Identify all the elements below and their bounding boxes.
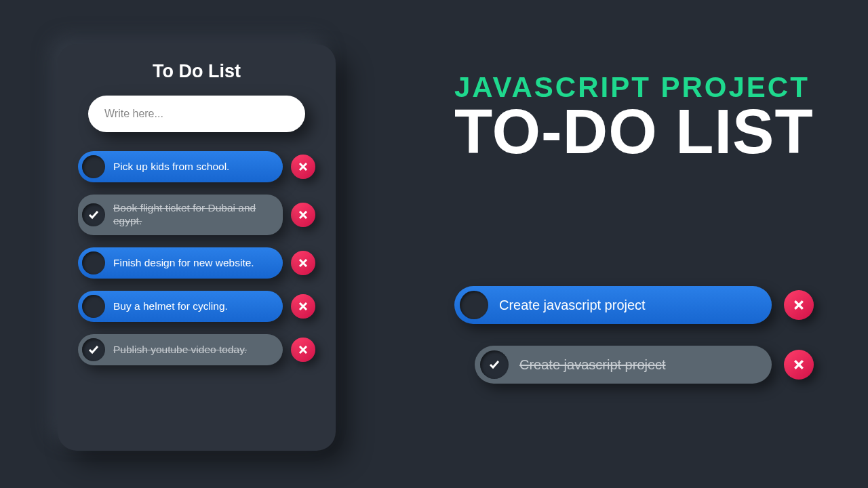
todo-row: Finish design for new website. bbox=[78, 247, 315, 279]
delete-button[interactable] bbox=[291, 251, 315, 275]
close-icon bbox=[793, 359, 804, 370]
todo-item[interactable]: Publish youtube video today. bbox=[78, 334, 283, 365]
new-todo-input[interactable] bbox=[88, 96, 305, 132]
card-title: To Do List bbox=[78, 61, 315, 82]
delete-button[interactable] bbox=[784, 290, 814, 320]
todo-text: Pick up kids from school. bbox=[113, 161, 229, 174]
todo-text: Book flight ticket for Dubai and egypt. bbox=[113, 202, 272, 227]
close-icon bbox=[298, 302, 308, 311]
todo-row: Buy a helmet for cycling. bbox=[78, 291, 315, 322]
close-icon bbox=[793, 300, 804, 310]
todo-text: Create javascript project bbox=[499, 297, 646, 313]
close-icon bbox=[298, 345, 308, 354]
todo-checkbox[interactable] bbox=[82, 338, 105, 361]
delete-button[interactable] bbox=[291, 338, 315, 362]
delete-button[interactable] bbox=[291, 203, 315, 227]
delete-button[interactable] bbox=[291, 294, 315, 319]
todo-checkbox[interactable] bbox=[82, 251, 105, 274]
todo-checkbox[interactable] bbox=[82, 295, 105, 318]
todo-item[interactable]: Create javascript project bbox=[454, 286, 772, 324]
delete-button[interactable] bbox=[291, 155, 315, 179]
todo-text: Create javascript project bbox=[519, 357, 666, 373]
close-icon bbox=[298, 210, 308, 220]
todo-text: Buy a helmet for cycling. bbox=[113, 300, 228, 313]
todo-row: Book flight ticket for Dubai and egypt. bbox=[78, 195, 315, 235]
close-icon bbox=[298, 162, 308, 171]
todo-text: Finish design for new website. bbox=[113, 257, 254, 270]
todo-item[interactable]: Book flight ticket for Dubai and egypt. bbox=[78, 195, 283, 235]
todo-item[interactable]: Finish design for new website. bbox=[78, 247, 283, 279]
todo-item[interactable]: Create javascript project bbox=[475, 346, 772, 384]
todo-row: Publish youtube video today. bbox=[78, 334, 315, 365]
todo-checkbox[interactable] bbox=[82, 203, 105, 226]
check-icon bbox=[87, 344, 100, 356]
todo-item[interactable]: Pick up kids from school. bbox=[78, 151, 283, 182]
check-icon bbox=[87, 209, 100, 221]
todo-item[interactable]: Buy a helmet for cycling. bbox=[78, 291, 283, 322]
todo-checkbox[interactable] bbox=[82, 155, 105, 178]
todo-checkbox[interactable] bbox=[460, 291, 488, 319]
check-icon bbox=[488, 359, 500, 371]
todo-text: Publish youtube video today. bbox=[113, 344, 247, 357]
delete-button[interactable] bbox=[784, 350, 814, 380]
todo-row: Pick up kids from school. bbox=[78, 151, 315, 182]
todo-card: To Do List Pick up kids from school. Boo… bbox=[58, 44, 336, 451]
headline-title: TO-DO LIST bbox=[454, 100, 814, 163]
sample-todo-row: Create javascript project bbox=[475, 346, 814, 384]
sample-todo-row: Create javascript project bbox=[454, 286, 814, 324]
close-icon bbox=[298, 258, 308, 268]
todo-checkbox[interactable] bbox=[480, 350, 509, 379]
